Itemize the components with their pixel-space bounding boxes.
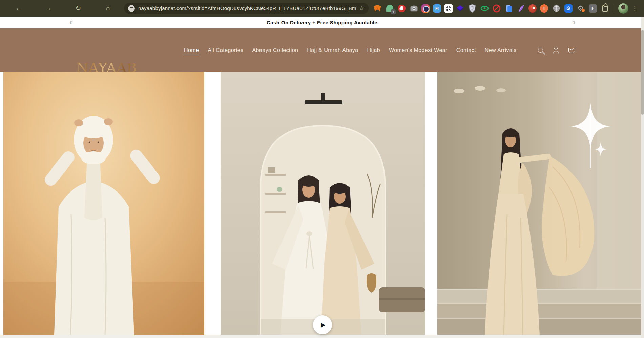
video-play-button[interactable]: ▶ bbox=[313, 315, 332, 334]
toolbar-separator bbox=[614, 4, 614, 13]
shield-extension-icon[interactable] bbox=[468, 4, 477, 13]
hero-video-right[interactable] bbox=[437, 72, 641, 335]
nav-item-all-categories[interactable]: All Categories bbox=[208, 47, 243, 53]
orange-dot bbox=[582, 9, 585, 12]
site-info-icon[interactable] bbox=[128, 5, 135, 12]
back-icon[interactable]: ← bbox=[12, 0, 25, 17]
nav-item-womens-modest-wear[interactable]: Women's Modest Wear bbox=[389, 47, 448, 53]
cart-icon[interactable] bbox=[566, 45, 577, 56]
site-header: NAYAAB BY JANNAT Home All Categories Aba… bbox=[0, 28, 644, 72]
extensions-row: 1 FI bbox=[371, 4, 611, 13]
forward-icon[interactable]: → bbox=[42, 0, 55, 17]
announcement-bar: ‹ Cash On Delivery + Free Shipping Avail… bbox=[0, 17, 644, 28]
feather-extension-icon[interactable] bbox=[516, 4, 526, 13]
bookmark-star-icon[interactable]: ☆ bbox=[359, 5, 365, 12]
privacy-eye-icon[interactable] bbox=[480, 4, 489, 13]
next-section-edge bbox=[0, 335, 644, 338]
t-extension-icon[interactable]: T bbox=[540, 4, 548, 13]
nav-item-hijab[interactable]: Hijab bbox=[367, 47, 380, 53]
blocker-extension-icon[interactable] bbox=[492, 4, 501, 13]
header-icons bbox=[535, 28, 577, 72]
hero-video-left[interactable] bbox=[3, 72, 204, 335]
nav-item-contact[interactable]: Contact bbox=[456, 47, 476, 53]
url-text[interactable]: nayaabbyjannat.com/?srsltid=AfmBOoqDusvc… bbox=[138, 5, 356, 11]
f-extension-icon[interactable]: F bbox=[589, 4, 597, 13]
metamask-icon[interactable] bbox=[373, 4, 382, 13]
fi-extension-icon[interactable]: FI bbox=[433, 4, 441, 13]
announcement-prev-icon[interactable]: ‹ bbox=[66, 17, 76, 28]
announcement-text: Cash On Delivery + Free Shipping Availab… bbox=[267, 20, 377, 25]
gear-orange-extension-icon[interactable]: ⚙ bbox=[576, 4, 585, 13]
nav-item-new-arrivals[interactable]: New Arrivals bbox=[485, 47, 517, 53]
flag-extension-icon[interactable] bbox=[528, 4, 537, 13]
extension-badge: 1 bbox=[391, 9, 396, 14]
clipboard-pages-icon[interactable] bbox=[504, 4, 514, 13]
announcement-next-icon[interactable]: › bbox=[569, 17, 579, 28]
browser-toolbar: ← → ↻ ⌂ nayaabbyjannat.com/?srsltid=AfmB… bbox=[0, 0, 644, 17]
home-icon[interactable]: ⌂ bbox=[102, 0, 115, 17]
nav-item-abaaya-collection[interactable]: Abaaya Collection bbox=[252, 47, 298, 53]
account-icon[interactable] bbox=[550, 45, 562, 56]
play-icon: ▶ bbox=[319, 321, 325, 328]
globe-extension-icon[interactable] bbox=[552, 4, 561, 13]
layers-extension-icon[interactable] bbox=[455, 4, 465, 13]
nav-item-hajj-umrah-abaya[interactable]: Hajj & Umrah Abaya bbox=[307, 47, 358, 53]
photo-app-icon[interactable] bbox=[421, 4, 430, 13]
search-icon[interactable] bbox=[535, 45, 546, 56]
main-nav: Home All Categories Abaaya Collection Ha… bbox=[184, 28, 516, 72]
browser-menu-icon[interactable]: ⋮ bbox=[632, 5, 638, 12]
scrollbar-thumb[interactable] bbox=[641, 30, 644, 115]
qr-code-icon[interactable] bbox=[444, 4, 453, 13]
camera-extension-icon[interactable] bbox=[409, 4, 419, 13]
page: ← → ↻ ⌂ nayaabbyjannat.com/?srsltid=AfmB… bbox=[0, 0, 644, 338]
hero-section: ▶ bbox=[0, 72, 644, 335]
hero-video-center[interactable] bbox=[221, 72, 425, 335]
green-pick-extension-icon[interactable]: 1 bbox=[385, 4, 394, 13]
extensions-puzzle-icon[interactable] bbox=[600, 4, 610, 13]
settings-extension-icon[interactable]: ⚙ bbox=[564, 4, 573, 13]
profile-avatar[interactable] bbox=[618, 3, 628, 14]
address-bar[interactable]: nayaabbyjannat.com/?srsltid=AfmBOoqDusvc… bbox=[124, 3, 369, 14]
nav-item-home[interactable]: Home bbox=[184, 47, 199, 53]
puzzle-shape bbox=[602, 5, 608, 12]
reload-icon[interactable]: ↻ bbox=[72, 0, 85, 17]
page-scrollbar[interactable] bbox=[641, 17, 644, 338]
adblock-icon[interactable] bbox=[397, 4, 407, 13]
